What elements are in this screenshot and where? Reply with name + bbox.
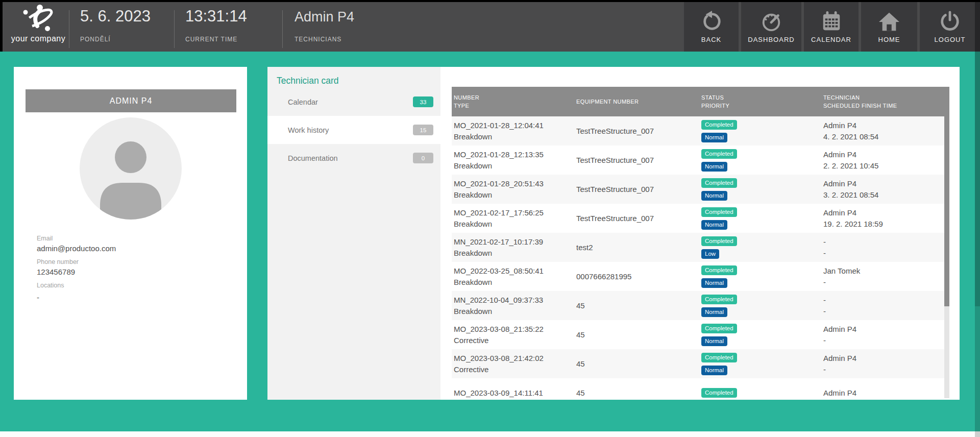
current-time-label: CURRENT TIME — [185, 36, 237, 43]
work-history-row[interactable]: MO_2021-01-28_20:51:43 Breakdown TestTre… — [452, 175, 949, 204]
priority-badge: Low — [701, 249, 719, 259]
priority-badge: Normal — [701, 162, 727, 172]
app: your company 5. 6. 2023 PONDĚLÍ 13:31:14… — [0, 0, 980, 437]
status-badge: Completed — [701, 120, 737, 130]
home-icon — [878, 11, 900, 32]
current-time: 13:31:14 — [185, 7, 247, 26]
col-equipment-number: EQUIPMENT NUMBER — [574, 98, 699, 106]
work-history-row[interactable]: MO_2023-03-08_21:35:22 Corrective 45 Com… — [452, 320, 949, 349]
priority-badge: Normal — [701, 307, 727, 317]
status-badge: Completed — [701, 178, 737, 188]
locations-label: Locations — [37, 282, 116, 289]
priority-badge: Normal — [701, 191, 727, 201]
header-divider — [282, 10, 283, 48]
phone-value: 123456789 — [37, 268, 116, 276]
status-badge: Completed — [701, 236, 737, 246]
status-badge: Completed — [701, 207, 737, 217]
menu-item-documentation[interactable]: Documentation 0 — [267, 144, 440, 172]
col-technician-finish: TECHNICIAN SCHEDULED FINISH TIME — [821, 93, 949, 110]
menu-item-calendar[interactable]: Calendar 33 — [267, 88, 440, 116]
status-badge: Completed — [701, 149, 737, 159]
col-status-priority: STATUS PRIORITY — [699, 93, 821, 110]
date-block: 5. 6. 2023 PONDĚLÍ — [80, 2, 172, 52]
current-date: 5. 6. 2023 — [80, 7, 151, 26]
contact-info: Email admin@productoo.com Phone number 1… — [37, 229, 116, 302]
logout-button[interactable]: LOGOUT — [920, 2, 980, 52]
header-divider — [69, 10, 69, 48]
priority-badge: Normal — [701, 278, 727, 288]
work-history-row[interactable]: MO_2022-03-25_08:50:41 Breakdown 0007666… — [452, 262, 949, 291]
status-badge: Completed — [701, 295, 737, 304]
top-edge — [0, 0, 980, 2]
email-label: Email — [37, 235, 116, 242]
page-title: Admin P4 — [295, 9, 354, 25]
status-badge: Completed — [701, 265, 737, 275]
power-icon — [939, 11, 961, 32]
work-history-row[interactable]: MN_2021-02-17_10:17:39 Breakdown test2 C… — [452, 233, 949, 262]
technician-name-banner: ADMIN P4 — [26, 89, 236, 112]
weekday-label: PONDĚLÍ — [80, 36, 111, 43]
email-value: admin@productoo.com — [37, 244, 116, 253]
work-history-card: NUMBER TYPE EQUIPMENT NUMBER STATUS PRIO… — [440, 67, 960, 400]
priority-badge: Normal — [701, 220, 727, 230]
status-badge: Completed — [701, 388, 737, 398]
work-history-row[interactable]: MO_2023-03-09_14:11:41 45 Completed Admi… — [452, 378, 949, 398]
count-badge: 15 — [413, 125, 433, 135]
table-scrollbar-thumb[interactable] — [944, 87, 949, 306]
back-icon — [701, 11, 722, 32]
logo-figure-icon — [20, 4, 57, 34]
header-nav: BACK DASHBOARD — [684, 2, 980, 52]
calendar-icon — [821, 11, 842, 32]
technician-card-menu: Calendar 33 Work history 15 Documentatio… — [267, 88, 440, 172]
work-history-row[interactable]: MO_2021-01-28_12:04:41 Breakdown TestTre… — [452, 116, 949, 145]
table-header: NUMBER TYPE EQUIPMENT NUMBER STATUS PRIO… — [452, 87, 949, 116]
home-button[interactable]: HOME — [861, 2, 917, 52]
header-divider — [174, 10, 175, 48]
time-block: 13:31:14 CURRENT TIME — [185, 2, 280, 52]
table-scrollbar[interactable] — [944, 87, 949, 398]
back-button[interactable]: BACK — [684, 2, 739, 52]
work-history-row[interactable]: MO_2021-01-28_12:13:35 Breakdown TestTre… — [452, 145, 949, 175]
priority-badge: Normal — [701, 336, 727, 346]
priority-badge: Normal — [701, 133, 727, 142]
technician-profile-card: ADMIN P4 Email admin@productoo.com Phone… — [14, 67, 247, 400]
work-history-table: NUMBER TYPE EQUIPMENT NUMBER STATUS PRIO… — [452, 87, 949, 398]
panel-title: Technician card — [277, 76, 339, 86]
bottom-strip — [0, 431, 980, 437]
page-scrollbar[interactable] — [975, 0, 980, 437]
technician-card-panel: Technician card Calendar 33 Work history… — [267, 67, 440, 400]
priority-badge: Normal — [701, 366, 727, 375]
work-history-row[interactable]: MN_2022-10-04_09:37:33 Breakdown 45 Comp… — [452, 291, 949, 320]
count-badge: 0 — [413, 153, 433, 163]
count-badge: 33 — [413, 96, 433, 107]
work-history-row[interactable]: MO_2021-02-17_17:56:25 Breakdown TestTre… — [452, 204, 949, 233]
dashboard-gauge-icon — [761, 11, 782, 32]
page-title-block: Admin P4 TECHNICIANS — [295, 2, 448, 52]
work-history-row[interactable]: MO_2023-03-08_21:42:02 Corrective 45 Com… — [452, 349, 949, 378]
table-body: MO_2021-01-28_12:04:41 Breakdown TestTre… — [452, 116, 949, 398]
dashboard-button[interactable]: DASHBOARD — [741, 2, 801, 52]
page-scrollbar-thumb[interactable] — [975, 0, 980, 306]
calendar-button[interactable]: CALENDAR — [804, 2, 859, 52]
status-badge: Completed — [701, 353, 737, 362]
company-logo[interactable]: your company — [8, 4, 68, 43]
top-bar: your company 5. 6. 2023 PONDĚLÍ 13:31:14… — [0, 0, 980, 52]
page-subtitle: TECHNICIANS — [295, 36, 341, 43]
status-badge: Completed — [701, 324, 737, 333]
left-edge — [0, 0, 3, 52]
phone-label: Phone number — [37, 258, 116, 265]
avatar — [80, 117, 182, 220]
locations-value: - — [37, 293, 116, 302]
logo-text: your company — [8, 34, 68, 43]
col-number-type: NUMBER TYPE — [452, 93, 574, 110]
menu-item-work-history[interactable]: Work history 15 — [267, 116, 440, 144]
